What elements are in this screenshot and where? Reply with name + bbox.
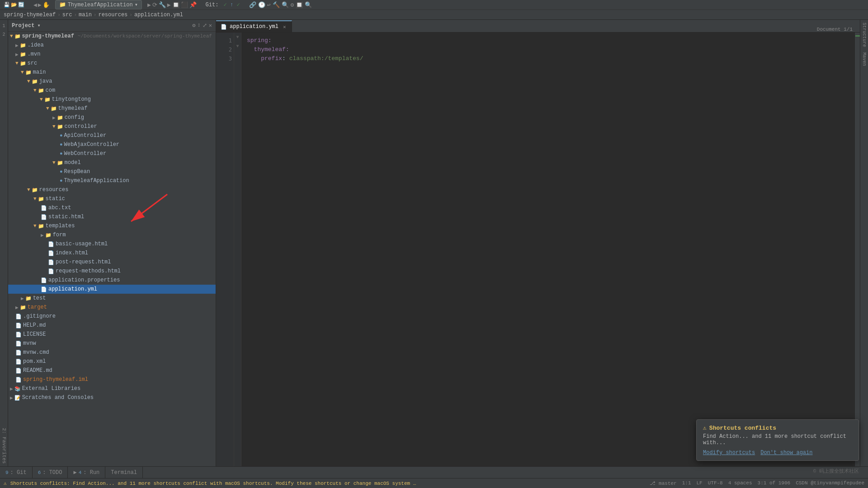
line-num-3: 3	[218, 54, 232, 63]
tree-item-requestmethods[interactable]: 📄 request-methods.html	[8, 267, 216, 276]
tree-item-tinytongtong[interactable]: ▼ 📁 tinytongtong	[8, 95, 216, 104]
tree-item-appyml[interactable]: 📄 application.yml	[8, 285, 216, 294]
tree-item-java[interactable]: ▼ 📁 java	[8, 77, 216, 86]
tree-item-helpmd[interactable]: 📄 HELP.md	[8, 321, 216, 330]
file-icon-appyml: 📄	[41, 286, 47, 292]
folder-open-icon-main: 📁	[25, 70, 32, 75]
tree-item-model[interactable]: ▼ 📁 model	[8, 158, 216, 167]
tree-item-basicusage[interactable]: 📄 basic-usage.html	[8, 239, 216, 249]
bottom-tab-terminal[interactable]: Terminal	[105, 467, 143, 479]
breadcrumb-file[interactable]: application.yml	[134, 12, 183, 18]
watermark-text: © 码上搜全技术社区	[813, 469, 859, 474]
tree-item-gitignore[interactable]: 📄 .gitignore	[8, 312, 216, 321]
encoding-status: UTF-8	[708, 480, 723, 486]
tree-item-test[interactable]: ▶ 📁 test	[8, 294, 216, 303]
tree-item-static[interactable]: ▼ 📁 static	[8, 194, 216, 203]
indent-status: 4 spaces	[728, 480, 752, 486]
tree-item-index[interactable]: 📄 index.html	[8, 249, 216, 258]
tree-item-mvnwcmd[interactable]: 📄 mvnw.cmd	[8, 348, 216, 357]
breadcrumb-src[interactable]: src	[62, 12, 72, 18]
panel-dropdown[interactable]: ▾	[37, 22, 40, 29]
tree-item-respbean[interactable]: ● RespBean	[8, 167, 216, 176]
expand-icon[interactable]: ⤢	[203, 22, 207, 29]
tab-close-btn[interactable]: ✕	[283, 24, 286, 30]
fold-1[interactable]: ▼	[234, 33, 241, 42]
tree-label-java: java	[39, 78, 52, 84]
folder-open-icon-src: 📁	[20, 61, 26, 66]
tree-item-abctxt[interactable]: 📄 abc.txt	[8, 203, 216, 212]
tree-item-thymeleaf[interactable]: ▼ 📁 thymeleaf	[8, 104, 216, 113]
position-status: 1:1	[682, 480, 691, 486]
tree-label-model: model	[65, 160, 81, 166]
tree-label-pomxml: pom.xml	[23, 358, 46, 365]
tree-label-abctxt: abc.txt	[48, 205, 71, 211]
bottom-tab-todo[interactable]: 6 : TODO	[33, 467, 68, 479]
tree-item-root[interactable]: ▼ 📁 spring-thymeleaf ~/Documents/workspa…	[8, 32, 216, 41]
tree-item-resources[interactable]: ▼ 📁 resources	[8, 185, 216, 194]
folder-icon-controller: 📁	[57, 124, 63, 130]
file-icon-pom: 📄	[15, 359, 22, 365]
file-icon-readme: 📄	[15, 368, 22, 374]
tree-item-mvn[interactable]: ▶ 📁 .mvn	[8, 50, 216, 59]
tree-item-src[interactable]: ▼ 📁 src	[8, 59, 216, 68]
left-tab-1[interactable]: 1	[2, 23, 5, 28]
tree-item-iml[interactable]: 📄 spring-thymeleaf.iml	[8, 375, 216, 384]
bottom-tab-run[interactable]: ▶ 4 : Run	[68, 467, 105, 479]
tree-item-templates[interactable]: ▼ 📁 templates	[8, 221, 216, 230]
tree-item-statichtml[interactable]: 📄 static.html	[8, 212, 216, 221]
tree-label-gitignore: .gitignore	[23, 313, 56, 319]
maven-tab[interactable]: Maven	[861, 50, 868, 69]
file-icon-gitignore: 📄	[15, 314, 22, 319]
tree-item-extlibs[interactable]: ▶ 📚 External Libraries	[8, 384, 216, 393]
tree-item-form[interactable]: ▶ 📁 form	[8, 230, 216, 239]
tree-item-controller[interactable]: ▼ 📁 controller	[8, 122, 216, 131]
tree-item-postrequest[interactable]: 📄 post-request.html	[8, 258, 216, 267]
editor-code[interactable]: spring: thymeleaf: prefix: classpath:/te…	[241, 33, 854, 466]
sort-icon[interactable]: ↕	[198, 22, 201, 29]
tree-item-config[interactable]: ▶ 📁 config	[8, 113, 216, 122]
favorites-tab[interactable]: 2: Favorites	[0, 425, 8, 466]
structure-tab[interactable]: Structure	[861, 20, 868, 50]
status-warning-text: Shortcuts conflicts: Find Action... and …	[10, 481, 417, 486]
git-indicator: Git: ✓ ↑ ✓	[206, 1, 240, 8]
tree-item-main[interactable]: ▼ 📁 main	[8, 68, 216, 77]
editor-tab-appyml[interactable]: 📄 application.yml ✕	[216, 20, 292, 32]
tree-item-webcontroller[interactable]: ● WebController	[8, 149, 216, 158]
gear-icon[interactable]: ⚙	[192, 22, 195, 29]
tree-item-scratches[interactable]: ▶ 📝 Scratches and Consoles	[8, 393, 216, 402]
modify-shortcuts-link[interactable]: Modify shortcuts	[703, 450, 755, 456]
dont-show-link[interactable]: Don't show again	[760, 450, 812, 456]
close-panel-icon[interactable]: ✕	[209, 22, 212, 29]
file-icon-help: 📄	[15, 323, 22, 328]
bottom-tab-git[interactable]: 9 : Git	[0, 467, 33, 479]
file-icon-statichtml: 📄	[41, 214, 47, 220]
tree-item-license[interactable]: 📄 LICENSE	[8, 330, 216, 339]
file-tree[interactable]: ▼ 📁 spring-thymeleaf ~/Documents/workspa…	[8, 32, 216, 466]
tree-item-idea[interactable]: ▶ 📁 .idea	[8, 41, 216, 50]
folder-icon-target: 📁	[20, 305, 26, 310]
folder-icon-thymeleaf: 📁	[51, 106, 57, 112]
tree-item-pomxml[interactable]: 📄 pom.xml	[8, 357, 216, 366]
project-selector[interactable]: 📁 ThymeleafApplication ▾	[55, 0, 142, 9]
left-tab-2[interactable]: 2	[2, 32, 5, 37]
tree-item-webajax[interactable]: ● WebAjaxController	[8, 140, 216, 149]
breadcrumb-main[interactable]: main	[79, 12, 92, 18]
fold-2[interactable]: ▼	[234, 42, 241, 51]
tree-item-apicontroller[interactable]: ● ApiController	[8, 131, 216, 140]
tree-label-test: test	[33, 295, 46, 301]
tree-item-target[interactable]: ▶ 📁 target	[8, 303, 216, 312]
tree-item-readmemd[interactable]: 📄 README.md	[8, 366, 216, 375]
tree-label-helpmd: HELP.md	[23, 322, 46, 328]
tree-item-mvnw[interactable]: 📄 mvnw	[8, 339, 216, 348]
tree-label-templates: templates	[46, 223, 75, 229]
folder-icon-model: 📁	[57, 160, 63, 166]
right-gutter	[854, 33, 860, 466]
tree-item-com[interactable]: ▼ 📁 com	[8, 86, 216, 95]
breadcrumb-project[interactable]: spring-thymeleaf	[4, 12, 56, 18]
panel-header-actions: ⚙ ↕ ⤢ ✕	[192, 22, 212, 29]
tree-label-respbean: RespBean	[64, 169, 90, 175]
tree-item-appprops[interactable]: 📄 application.properties	[8, 276, 216, 285]
tree-label-webcontroller: WebController	[64, 150, 107, 157]
breadcrumb-resources[interactable]: resources	[98, 12, 127, 18]
tree-item-thymeleafapp[interactable]: ● ThymeleafApplication	[8, 176, 216, 185]
